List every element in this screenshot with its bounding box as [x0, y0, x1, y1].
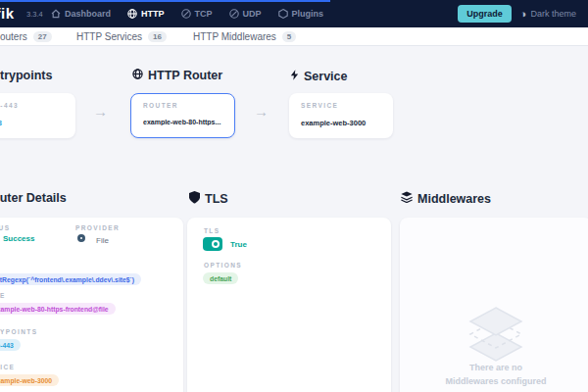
- tab-http-middlewares[interactable]: HTTP Middlewares 5: [193, 27, 296, 45]
- router-card-label: ROUTER: [143, 102, 178, 109]
- traefik-logo: traefik: [0, 5, 15, 22]
- nav-item-tcp[interactable]: TCP: [181, 9, 213, 19]
- empty-state-line: Middlewares configured: [400, 374, 588, 388]
- entrypoint-card[interactable]: WEB-443 :443: [0, 93, 75, 138]
- toggle-knob: [212, 240, 220, 248]
- circle-slash-icon: [229, 9, 239, 19]
- toggle-knob-dot: [214, 242, 218, 246]
- entrypoints-heading: Entrypoints: [0, 69, 52, 82]
- entrypoints-heading-label: Entrypoints: [0, 69, 52, 82]
- service-card-label: SERVICE: [301, 102, 338, 109]
- nav-item-plugins[interactable]: Plugins: [278, 9, 324, 19]
- service-card-value: example-web-3000: [301, 119, 366, 127]
- tls-heading-label: TLS: [205, 192, 228, 206]
- service-label: SERVICE: [0, 364, 15, 370]
- nav-item-dashboard[interactable]: Dashboard: [51, 9, 111, 19]
- globe-icon: [132, 69, 143, 82]
- middlewares-card: There are no Middlewares configured: [400, 218, 588, 392]
- service-badge: example-web-3000: [0, 374, 59, 386]
- top-navbar: traefik 3.3.4 Dashboard HTTP: [0, 0, 588, 27]
- lightning-bolt-icon: [290, 69, 299, 84]
- tab-label: HTTP Middlewares: [193, 31, 276, 42]
- router-name-badge: example-web-80-https-frontend@file: [0, 303, 116, 315]
- router-details-heading-label: Router Details: [0, 191, 67, 205]
- empty-state-line: There are no: [400, 361, 588, 374]
- tls-card: TLS True OPTIONS default: [187, 218, 391, 392]
- router-details-heading: Router Details: [0, 191, 67, 205]
- middlewares-heading-label: Middlewares: [417, 192, 491, 206]
- upgrade-button[interactable]: Upgrade: [458, 5, 512, 23]
- middlewares-heading: Middlewares: [401, 191, 491, 206]
- entrypoint-card-value: :443: [0, 119, 2, 127]
- shield-icon: [189, 191, 200, 207]
- nav-item-udp[interactable]: UDP: [229, 9, 262, 19]
- service-heading-label: Service: [304, 70, 347, 83]
- router-card[interactable]: ROUTER example-web-80-https...: [130, 93, 235, 138]
- http-router-heading: HTTP Router: [132, 69, 222, 82]
- provider-value: File: [96, 236, 109, 245]
- theme-toggle[interactable]: ◑ Dark theme: [520, 9, 576, 20]
- entrypoint-card-label: WEB-443: [0, 102, 19, 109]
- rule-badge: HostRegexp(`^frontend\.example\.ddev\.si…: [0, 273, 141, 285]
- hexagon-icon: [278, 9, 288, 19]
- tab-label: HTTP Routers: [0, 31, 27, 42]
- nav-item-label: Plugins: [292, 9, 324, 19]
- name-label: NAME: [0, 292, 6, 299]
- contrast-icon: ◑: [520, 9, 527, 20]
- version-label: 3.3.4: [26, 10, 43, 19]
- navbar-actions: Upgrade ◑ Dark theme: [458, 0, 576, 27]
- globe-icon: [127, 9, 137, 19]
- tab-label: HTTP Services: [76, 31, 142, 42]
- theme-toggle-label: Dark theme: [530, 9, 576, 19]
- nav-item-label: Dashboard: [65, 9, 111, 19]
- empty-layers-icon: [400, 306, 588, 367]
- service-card[interactable]: SERVICE example-web-3000: [289, 93, 393, 138]
- status-value: Success: [3, 234, 34, 243]
- main-nav: Dashboard HTTP TCP: [51, 0, 323, 27]
- service-heading: Service: [290, 69, 347, 84]
- status-label: STATUS: [0, 224, 10, 231]
- file-provider-icon: [77, 234, 85, 242]
- tab-http-services[interactable]: HTTP Services 16: [76, 27, 167, 45]
- tab-http-routers[interactable]: HTTP Routers 27: [0, 27, 52, 45]
- nav-item-label: HTTP: [141, 9, 165, 19]
- middlewares-empty-state: There are no Middlewares configured: [400, 361, 588, 388]
- circle-slash-icon: [181, 9, 191, 19]
- entrypoints-badge: web-443: [0, 339, 21, 351]
- traefik-dashboard-page: traefik 3.3.4 Dashboard HTTP: [0, 0, 588, 392]
- tls-heading: TLS: [189, 191, 228, 207]
- tls-label: TLS: [204, 227, 220, 234]
- router-details-card: STATUS Success PROVIDER File HostRegexp(…: [0, 218, 183, 392]
- flow-arrow-icon: →: [254, 103, 269, 120]
- nav-item-label: TCP: [195, 9, 213, 19]
- flow-arrow-icon: →: [93, 103, 108, 120]
- provider-label: PROVIDER: [75, 224, 120, 231]
- options-label: OPTIONS: [204, 262, 242, 269]
- nav-item-http[interactable]: HTTP: [127, 9, 165, 19]
- nav-item-label: UDP: [243, 9, 262, 19]
- http-router-heading-label: HTTP Router: [148, 69, 222, 82]
- tls-toggle[interactable]: [203, 237, 222, 251]
- tab-count-badge: 16: [148, 31, 167, 42]
- layers-icon: [401, 191, 413, 206]
- entrypoints-label: ENTRYPOINTS: [0, 328, 37, 335]
- tab-count-badge: 5: [282, 31, 296, 42]
- options-badge: default: [203, 272, 238, 284]
- tls-value: True: [230, 240, 247, 249]
- http-tabbar: HTTP Routers 27 HTTP Services 16 HTTP Mi…: [0, 27, 588, 46]
- router-card-value: example-web-80-https...: [143, 119, 229, 125]
- tab-count-badge: 27: [33, 31, 52, 42]
- home-icon: [51, 9, 61, 19]
